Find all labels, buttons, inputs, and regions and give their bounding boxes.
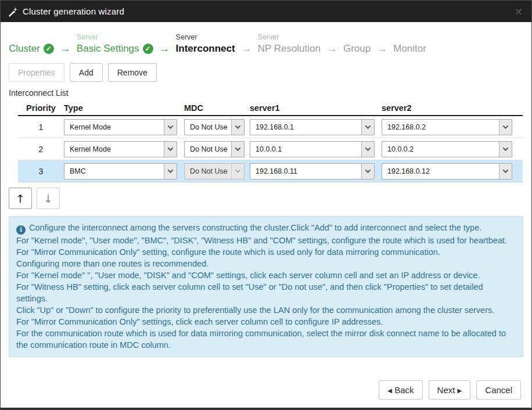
step-np-resolution-sub: Server	[258, 33, 321, 42]
col-header-server2: server2	[382, 103, 523, 113]
col-header-type: Type	[64, 103, 184, 113]
server2-select[interactable]: 10.0.0.2	[382, 141, 512, 157]
interconnect-table: Priority Type MDC server1 server2 1 Kern…	[18, 100, 523, 182]
step-interconnect[interactable]: Server Interconnect	[176, 33, 235, 56]
type-select[interactable]: Kernel Mode	[64, 141, 177, 157]
back-arrow-icon: ◀	[387, 387, 392, 394]
title-bar: Cluster generation wizard ×	[1, 1, 531, 22]
next-arrow-icon: ▶	[458, 387, 462, 394]
properties-button[interactable]: Properties	[9, 63, 64, 82]
priority-cell: 1	[18, 123, 64, 132]
col-header-priority: Priority	[18, 103, 64, 113]
close-icon[interactable]: ×	[513, 6, 524, 17]
chevron-down-icon	[361, 164, 374, 179]
server2-select[interactable]: 192.168.0.12	[382, 163, 512, 179]
info-line: For the communication route which is use…	[16, 328, 516, 351]
next-button[interactable]: Next ▶	[429, 380, 471, 400]
mdc-select-disabled: Do Not Use	[184, 163, 245, 179]
priority-reorder-controls: ↑ ↓	[9, 188, 523, 209]
chevron-down-icon	[231, 142, 244, 157]
back-button[interactable]: ◀ Back	[379, 380, 422, 400]
window-title: Cluster generation wizard	[23, 6, 124, 16]
info-line: iConfigure the interconnect among the se…	[16, 222, 516, 235]
wizard-steps: Cluster ✓ → Server Basic Settings ✓ → Se…	[9, 30, 523, 56]
step-basic-settings-label: Basic Settings	[77, 42, 139, 56]
chevron-down-icon	[164, 142, 177, 157]
check-circle-icon: ✓	[143, 44, 153, 54]
priority-cell: 2	[18, 145, 64, 154]
move-down-button[interactable]: ↓	[37, 188, 60, 209]
info-line: Configuring more than one routes is reco…	[16, 258, 516, 269]
info-line: For "Mirror Communication Only" settings…	[16, 316, 516, 328]
arrow-right-icon: →	[153, 42, 176, 56]
chevron-down-icon	[499, 120, 512, 135]
chevron-down-icon	[164, 164, 177, 179]
col-header-mdc: MDC	[184, 103, 250, 113]
type-select[interactable]: Kernel Mode	[64, 119, 177, 135]
chevron-down-icon	[164, 120, 177, 135]
interconnect-list-title: Interconnect List	[9, 88, 523, 98]
add-button[interactable]: Add	[70, 63, 103, 82]
arrow-right-icon: →	[235, 42, 258, 56]
table-row[interactable]: 2 Kernel Mode Do Not Use 10.0.0.1 10.0.0…	[18, 138, 523, 160]
step-monitor-label: Monitor	[393, 42, 426, 56]
chevron-down-icon	[361, 142, 374, 157]
mdc-select[interactable]: Do Not Use	[184, 119, 245, 135]
mdc-select[interactable]: Do Not Use	[184, 141, 245, 157]
step-cluster-label: Cluster	[9, 42, 40, 56]
step-monitor[interactable]: Monitor	[393, 33, 426, 56]
cluster-generation-wizard-dialog: Cluster generation wizard × Cluster ✓ → …	[0, 0, 532, 410]
server1-select[interactable]: 192.168.0.11	[250, 163, 375, 179]
server2-select[interactable]: 192.168.0.2	[382, 119, 512, 135]
check-circle-icon: ✓	[44, 44, 54, 54]
server1-select[interactable]: 192.168.0.1	[250, 119, 375, 135]
remove-button[interactable]: Remove	[108, 63, 157, 82]
info-box: iConfigure the interconnect among the se…	[9, 216, 523, 357]
priority-cell: 3	[18, 167, 64, 176]
cancel-button[interactable]: Cancel	[476, 380, 521, 400]
step-basic-settings[interactable]: Server Basic Settings ✓	[77, 33, 153, 56]
dialog-content: Cluster ✓ → Server Basic Settings ✓ → Se…	[1, 22, 531, 408]
move-up-button[interactable]: ↑	[9, 188, 32, 209]
chevron-down-icon	[231, 120, 244, 135]
toolbar: Properties Add Remove	[9, 63, 523, 82]
step-interconnect-label: Interconnect	[176, 42, 235, 56]
chevron-down-icon	[499, 164, 512, 179]
chevron-down-icon	[231, 164, 244, 179]
info-line: For "Kernel mode" ", "User mode, "DISK" …	[16, 269, 516, 281]
chevron-down-icon	[361, 120, 374, 135]
table-header: Priority Type MDC server1 server2	[18, 100, 523, 116]
step-basic-settings-sub: Server	[77, 33, 153, 42]
type-select[interactable]: BMC	[64, 163, 177, 179]
arrow-right-icon: →	[371, 42, 393, 56]
step-group[interactable]: Group	[343, 33, 371, 56]
magic-wand-icon	[8, 6, 18, 17]
arrow-right-icon: →	[321, 42, 343, 56]
info-line: For "Kernel mode", "User mode", "BMC", "…	[16, 235, 516, 258]
info-line: Click "Up" or "Down" to configure the pr…	[16, 304, 516, 316]
info-line: For "Witness HB" setting, click each ser…	[16, 281, 516, 304]
step-np-resolution[interactable]: Server NP Resolution	[258, 33, 321, 56]
step-np-resolution-label: NP Resolution	[258, 42, 321, 56]
step-cluster[interactable]: Cluster ✓	[9, 33, 54, 56]
info-icon: i	[16, 225, 26, 235]
col-header-server1: server1	[250, 103, 382, 113]
footer-buttons: ◀ Back Next ▶ Cancel	[379, 380, 521, 400]
server1-select[interactable]: 10.0.0.1	[250, 141, 375, 157]
chevron-down-icon	[499, 142, 512, 157]
table-row-selected[interactable]: 3 BMC Do Not Use 192.168.0.11 192.168.0.…	[18, 160, 523, 182]
table-row[interactable]: 1 Kernel Mode Do Not Use 192.168.0.1 192…	[18, 116, 523, 138]
step-group-label: Group	[343, 42, 371, 56]
step-interconnect-sub: Server	[176, 33, 235, 42]
arrow-right-icon: →	[54, 42, 77, 56]
